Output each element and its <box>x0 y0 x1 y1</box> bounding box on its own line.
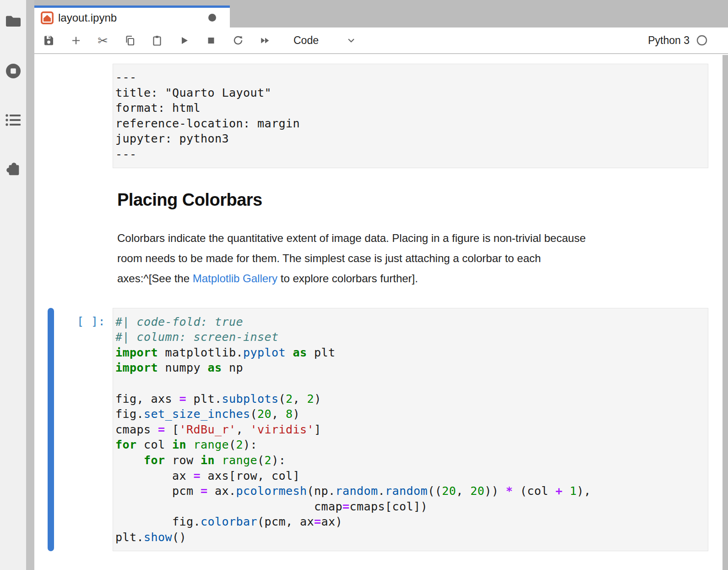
code-line: cmaps = ['RdBu_r', 'viridis'] <box>115 422 703 438</box>
code-line: fig, axs = plt.subplots(2, 2) <box>115 391 703 407</box>
tab-bar: layout.ipynb <box>34 0 728 27</box>
notebook-area: ---title: "Quarto Layout"format: htmlref… <box>34 55 728 570</box>
raw-line: --- <box>115 147 703 162</box>
unsaved-changes-dot[interactable] <box>208 14 216 22</box>
stop-icon <box>206 35 217 46</box>
raw-cell-editor[interactable]: ---title: "Quarto Layout"format: htmlref… <box>113 64 708 168</box>
kernel-status-idle-icon <box>696 35 707 46</box>
plus-icon <box>71 35 81 46</box>
puzzle-icon <box>5 159 22 176</box>
tab-title: layout.ipynb <box>58 11 117 24</box>
code-line: plt.show() <box>115 530 703 545</box>
code-line: fig.set_size_inches(20, 8) <box>115 406 703 422</box>
code-line: cmap=cmaps[col]) <box>115 499 703 515</box>
fast-forward-icon <box>260 35 271 46</box>
code-line: ax = axs[row, col] <box>115 468 703 484</box>
save-icon <box>43 35 54 46</box>
markdown-text-line: Colorbars indicate the quantitative exte… <box>117 228 708 248</box>
cut-cells-button[interactable]: ✂ <box>98 35 109 46</box>
restart-run-all-button[interactable] <box>260 35 271 46</box>
raw-line: reference-location: margin <box>115 116 703 132</box>
notebook-toolbar: ✂ <box>34 27 728 54</box>
code-line: pcm = ax.pcolormesh(np.random.random((20… <box>115 483 703 499</box>
code-cell-editor[interactable]: #| code-fold: true#| column: screen-inse… <box>113 308 708 552</box>
tab-layout-ipynb[interactable]: layout.ipynb <box>34 5 230 27</box>
jupyterlab-window: layout.ipynb ✂ <box>0 0 728 570</box>
paste-cells-button[interactable] <box>152 35 163 46</box>
dock-panel-gap <box>26 0 34 570</box>
code-line: #| column: screen-inset <box>115 329 703 345</box>
markdown-text-line: room needs to be made for them. The simp… <box>117 248 708 269</box>
code-line: import matplotlib.pyplot as plt <box>115 345 703 361</box>
chevron-down-icon <box>346 35 356 45</box>
restart-kernel-button[interactable] <box>233 35 244 46</box>
execution-prompt: [ ]: <box>71 314 105 329</box>
heading-placing-colorbars: Placing Colorbars <box>117 189 708 210</box>
copy-icon <box>125 35 136 46</box>
activity-sidebar <box>0 0 26 570</box>
matplotlib-gallery-link[interactable]: Matplotlib Gallery <box>193 272 277 285</box>
scissors-icon: ✂ <box>98 34 108 47</box>
kernel-name: Python 3 <box>648 34 690 47</box>
insert-cell-button[interactable] <box>71 35 81 46</box>
markdown-text-line: axes:^[See the Matplotlib Gallery to exp… <box>117 269 708 289</box>
raw-line: format: html <box>115 100 703 116</box>
stop-circle-icon <box>5 63 22 79</box>
vertical-scrollbar[interactable] <box>723 55 728 570</box>
code-line <box>115 376 703 391</box>
folder-icon <box>5 14 22 27</box>
sidebar-item-running-sessions[interactable] <box>4 61 23 81</box>
notebook-file-icon <box>41 11 54 24</box>
clipboard-icon <box>152 35 163 46</box>
markdown-text: axes:^[See the <box>117 272 193 285</box>
save-button[interactable] <box>43 35 54 46</box>
code-line: for col in range(2): <box>115 437 703 453</box>
code-cell[interactable]: [ ]: #| code-fold: true#| column: screen… <box>34 308 708 552</box>
code-line: for row in range(2): <box>115 453 703 468</box>
cell-type-select[interactable]: Code <box>293 34 356 47</box>
run-icon <box>179 35 190 46</box>
list-icon <box>5 113 22 127</box>
kernel-indicator[interactable]: Python 3 <box>648 34 707 47</box>
active-cell-collapser[interactable] <box>48 308 54 552</box>
interrupt-kernel-button[interactable] <box>206 35 217 46</box>
sidebar-item-file-browser[interactable] <box>4 11 23 30</box>
raw-line: jupyter: python3 <box>115 131 703 147</box>
restart-icon <box>233 34 244 46</box>
code-line: fig.colorbar(pcm, ax=ax) <box>115 514 703 530</box>
markdown-text: room needs to be made for them. The simp… <box>117 252 541 264</box>
raw-line: --- <box>115 70 703 85</box>
markdown-paragraph: Colorbars indicate the quantitative exte… <box>117 228 708 289</box>
raw-yaml-cell[interactable]: ---title: "Quarto Layout"format: htmlref… <box>34 64 708 168</box>
copy-cells-button[interactable] <box>125 35 136 46</box>
raw-line: title: "Quarto Layout" <box>115 85 703 101</box>
markdown-text: Colorbars indicate the quantitative exte… <box>117 232 586 244</box>
run-cell-button[interactable] <box>179 35 190 46</box>
cell-type-label: Code <box>293 34 319 47</box>
sidebar-item-extension-manager[interactable] <box>4 158 23 177</box>
sidebar-item-table-of-contents[interactable] <box>4 110 23 130</box>
markdown-cell[interactable]: Placing Colorbars Colorbars indicate the… <box>34 189 708 289</box>
code-line: import numpy as np <box>115 360 703 376</box>
code-line: #| code-fold: true <box>115 314 703 330</box>
markdown-text: to explore colorbars further]. <box>277 272 418 285</box>
